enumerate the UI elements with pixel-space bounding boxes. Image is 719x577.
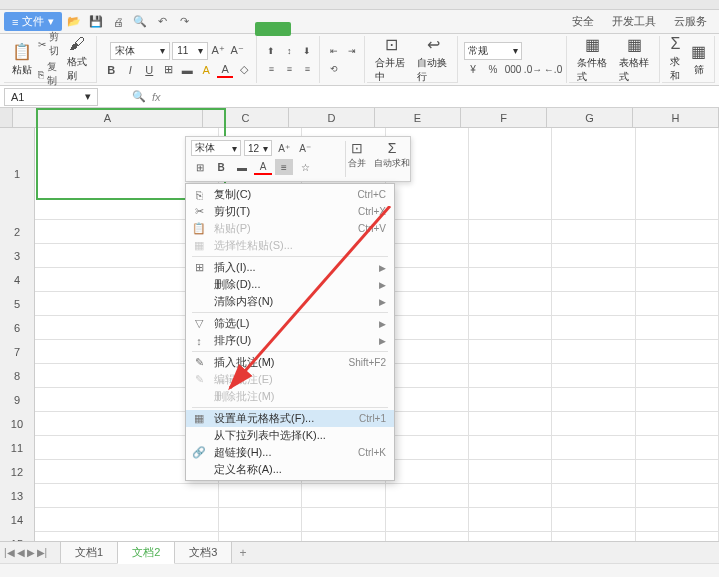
border-button[interactable]: ⊞ [160,62,176,78]
cell[interactable] [552,220,635,244]
cell[interactable] [386,268,469,292]
menu-item[interactable]: ✎插入批注(M)Shift+F2 [186,354,394,371]
save-icon[interactable]: 💾 [86,12,106,32]
mini-align-icon[interactable]: ≡ [275,159,293,175]
cell[interactable] [636,128,719,220]
cell[interactable] [636,364,719,388]
cell[interactable] [552,244,635,268]
cell[interactable] [636,436,719,460]
paste-button[interactable]: 📋粘贴 [8,40,36,79]
cell[interactable] [386,508,469,532]
column-header[interactable]: F [461,108,547,127]
row-header[interactable]: 2 [0,220,35,244]
align-bottom-icon[interactable]: ⬇ [299,43,315,59]
font-name-select[interactable]: 宋体▾ [110,42,170,60]
column-header[interactable]: G [547,108,633,127]
cell[interactable] [469,484,552,508]
fill-button[interactable]: ▦筛 [687,40,710,79]
cell[interactable] [386,220,469,244]
redo-icon[interactable]: ↷ [174,12,194,32]
cell[interactable] [469,460,552,484]
menu-item[interactable]: 定义名称(A)... [186,461,394,478]
cell[interactable] [469,388,552,412]
sheet-tab[interactable]: 文档3 [174,541,232,564]
cell[interactable] [386,412,469,436]
cell[interactable] [552,364,635,388]
fill-color-button[interactable]: ▬ [179,62,195,78]
cell[interactable] [386,460,469,484]
cell[interactable] [469,364,552,388]
italic-button[interactable]: I [122,62,138,78]
sheet-tab[interactable]: 文档1 [60,541,118,564]
cell[interactable] [386,388,469,412]
tab-devtools[interactable]: 开发工具 [604,12,664,31]
cell[interactable] [552,484,635,508]
font-color-button[interactable]: A [217,62,233,78]
cell[interactable] [469,220,552,244]
mini-border-icon[interactable]: ⊞ [191,159,209,175]
select-all-corner[interactable] [0,108,13,127]
row-header[interactable]: 8 [0,364,35,388]
menu-item[interactable]: 从下拉列表中选择(K)... [186,427,394,444]
cell[interactable] [552,412,635,436]
cell[interactable] [386,316,469,340]
mini-dec-font-icon[interactable]: A⁻ [296,140,314,156]
cell[interactable] [386,484,469,508]
decimal-dec-icon[interactable]: ←.0 [544,62,562,78]
search-icon[interactable]: 🔍 [132,90,146,103]
sheet-nav-button[interactable]: ◀ [17,547,25,558]
cell[interactable] [552,292,635,316]
menu-item[interactable]: 删除(D)...▶ [186,276,394,293]
cell[interactable] [386,340,469,364]
add-sheet-button[interactable]: + [231,543,254,563]
cell[interactable] [469,340,552,364]
increase-font-icon[interactable]: A⁺ [210,43,226,59]
cell[interactable] [386,364,469,388]
mini-inc-font-icon[interactable]: A⁺ [275,140,293,156]
cell[interactable] [636,316,719,340]
menu-item[interactable]: ▦设置单元格格式(F)...Ctrl+1 [186,410,394,427]
orientation-icon[interactable]: ⟲ [326,61,342,77]
cell[interactable] [552,128,635,220]
cell[interactable] [636,508,719,532]
align-middle-icon[interactable]: ↕ [281,43,297,59]
menu-item[interactable]: ▽筛选(L)▶ [186,315,394,332]
menu-item[interactable]: ⊞插入(I)...▶ [186,259,394,276]
row-header[interactable]: 12 [0,460,35,484]
open-icon[interactable]: 📂 [64,12,84,32]
name-box[interactable]: A1▾ [4,88,98,106]
column-header[interactable]: H [633,108,719,127]
menu-item[interactable]: ↕排序(U)▶ [186,332,394,349]
cell[interactable] [552,340,635,364]
row-header[interactable]: 10 [0,412,35,436]
print-icon[interactable]: 🖨 [108,12,128,32]
cell[interactable] [35,484,219,508]
font-size-select[interactable]: 11▾ [172,42,208,60]
indent-left-icon[interactable]: ⇤ [326,43,342,59]
cell[interactable] [636,292,719,316]
row-header[interactable]: 6 [0,316,35,340]
row-header[interactable]: 14 [0,508,35,532]
cell[interactable] [302,508,385,532]
row-header[interactable]: 7 [0,340,35,364]
cell[interactable] [636,220,719,244]
cell[interactable] [552,268,635,292]
cell[interactable] [469,292,552,316]
bold-button[interactable]: B [103,62,119,78]
cell[interactable] [302,484,385,508]
cell[interactable] [552,436,635,460]
comma-icon[interactable]: 000 [504,62,522,78]
mini-fill-icon[interactable]: ▬ [233,159,251,175]
mini-highlight-icon[interactable]: ☆ [296,159,314,175]
cell[interactable] [636,484,719,508]
align-center-icon[interactable]: ≡ [281,61,297,77]
row-header[interactable]: 4 [0,268,35,292]
mini-bold-icon[interactable]: B [212,159,230,175]
sheet-nav-button[interactable]: |◀ [4,547,15,558]
cell[interactable] [386,292,469,316]
cell[interactable] [552,460,635,484]
row-header[interactable]: 13 [0,484,35,508]
tab-cloud[interactable]: 云服务 [666,12,715,31]
number-format-select[interactable]: 常规▾ [464,42,522,60]
column-header[interactable]: D [289,108,375,127]
